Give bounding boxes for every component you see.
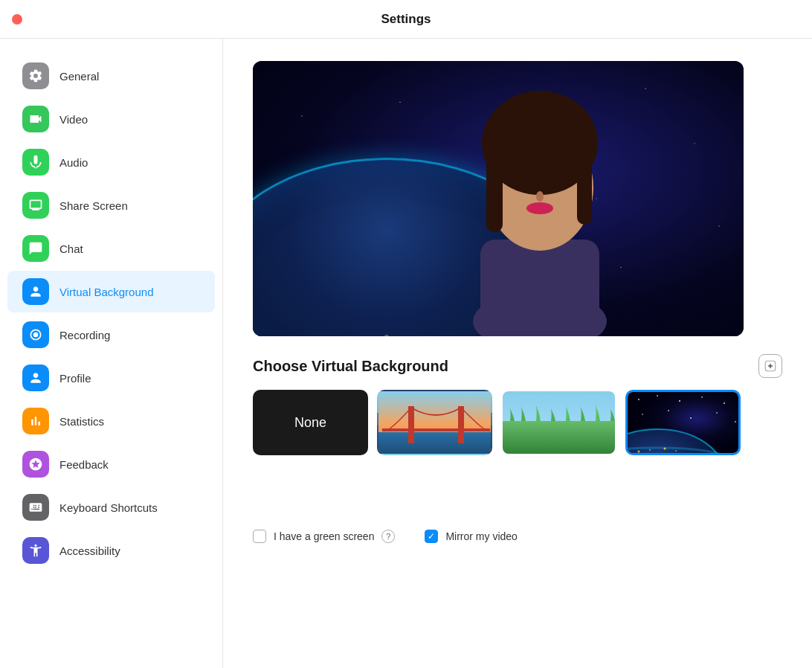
background-options: None [253, 390, 782, 455]
feedback-icon [22, 451, 49, 478]
svg-point-28 [724, 402, 725, 404]
sidebar-item-profile[interactable]: Profile [7, 357, 215, 399]
space-preview-svg [628, 392, 741, 455]
svg-rect-22 [503, 421, 616, 455]
profile-label: Profile [59, 372, 91, 385]
sidebar-item-audio[interactable]: Audio [7, 141, 215, 183]
title-bar: Settings [0, 0, 812, 39]
sidebar: General Video Audio [0, 39, 223, 668]
sidebar-item-feedback[interactable]: Feedback [7, 443, 215, 485]
svg-point-1 [33, 333, 39, 338]
svg-point-33 [735, 421, 736, 423]
space-background [253, 61, 744, 336]
audio-icon [22, 149, 49, 176]
close-button[interactable] [12, 14, 22, 25]
recording-icon [22, 321, 49, 348]
chat-label: Chat [59, 243, 83, 255]
mirror-video-option: Mirror my video [425, 530, 517, 543]
svg-point-37 [649, 449, 651, 451]
statistics-icon [22, 408, 49, 434]
window-title: Settings [381, 12, 431, 27]
virtual-background-icon [22, 278, 49, 305]
mirror-video-checkbox[interactable] [425, 530, 438, 543]
keyboard-shortcuts-label: Keyboard Shortcuts [59, 501, 158, 514]
profile-icon [22, 364, 49, 391]
general-icon [22, 62, 49, 89]
svg-point-25 [657, 395, 658, 396]
sidebar-item-accessibility[interactable]: Accessibility [7, 530, 215, 571]
recording-label: Recording [59, 329, 110, 341]
sidebar-item-video[interactable]: Video [7, 98, 215, 140]
person-overlay [436, 68, 644, 336]
video-icon [22, 106, 49, 132]
background-option-none[interactable]: None [253, 390, 368, 455]
svg-rect-8 [577, 143, 592, 225]
svg-point-10 [551, 179, 566, 188]
svg-point-38 [664, 448, 666, 450]
background-option-golden-gate[interactable] [377, 390, 492, 455]
feedback-label: Feedback [59, 458, 109, 471]
general-label: General [59, 70, 99, 83]
svg-point-36 [638, 451, 640, 453]
sidebar-item-general[interactable]: General [7, 55, 215, 97]
svg-point-27 [701, 396, 703, 398]
bottom-options: I have a green screen ? Mirror my video [253, 530, 782, 543]
svg-point-11 [536, 191, 544, 202]
virtual-background-label: Virtual Background [59, 286, 153, 298]
choose-background-section: Choose Virtual Background None [253, 354, 782, 455]
keyboard-shortcuts-icon [22, 494, 49, 521]
add-background-button[interactable] [758, 354, 782, 378]
green-screen-label: I have a green screen [274, 530, 374, 542]
share-screen-label: Share Screen [59, 199, 128, 212]
svg-rect-20 [382, 428, 490, 431]
statistics-label: Statistics [59, 415, 104, 428]
sidebar-item-keyboard-shortcuts[interactable]: Keyboard Shortcuts [7, 486, 215, 528]
green-screen-help-icon[interactable]: ? [381, 530, 395, 543]
choose-background-title: Choose Virtual Background [253, 358, 448, 375]
choose-background-header: Choose Virtual Background [253, 354, 782, 378]
mirror-video-label: Mirror my video [445, 530, 517, 542]
svg-point-24 [638, 399, 639, 400]
svg-rect-7 [486, 143, 503, 232]
content-area: Choose Virtual Background None [223, 39, 812, 668]
svg-point-9 [514, 179, 529, 188]
accessibility-icon [22, 537, 49, 564]
svg-point-32 [716, 412, 718, 414]
svg-point-12 [526, 202, 553, 214]
svg-point-30 [668, 410, 669, 411]
svg-rect-19 [458, 406, 464, 443]
green-screen-option: I have a green screen ? [253, 530, 395, 543]
accessibility-label: Accessibility [59, 545, 120, 557]
golden-gate-svg [378, 391, 492, 455]
sidebar-item-virtual-background[interactable]: Virtual Background [7, 271, 215, 312]
share-screen-icon [22, 192, 49, 219]
svg-rect-3 [480, 240, 599, 329]
background-option-grass[interactable] [501, 390, 616, 455]
svg-point-39 [675, 450, 677, 452]
svg-rect-17 [378, 432, 492, 455]
background-option-space[interactable] [625, 390, 741, 455]
chat-icon [22, 235, 49, 262]
sidebar-item-chat[interactable]: Chat [7, 228, 215, 269]
video-label: Video [59, 113, 88, 126]
audio-label: Audio [59, 156, 88, 169]
green-screen-checkbox[interactable] [253, 530, 266, 543]
svg-point-31 [690, 417, 692, 419]
svg-point-26 [679, 400, 680, 402]
sidebar-item-recording[interactable]: Recording [7, 314, 215, 356]
sidebar-item-share-screen[interactable]: Share Screen [7, 184, 215, 226]
sidebar-item-statistics[interactable]: Statistics [7, 400, 215, 442]
none-label: None [294, 415, 326, 431]
grass-svg [503, 391, 616, 455]
svg-point-29 [642, 414, 643, 415]
video-preview [253, 61, 744, 336]
svg-rect-18 [408, 406, 414, 443]
main-layout: General Video Audio [0, 39, 812, 668]
